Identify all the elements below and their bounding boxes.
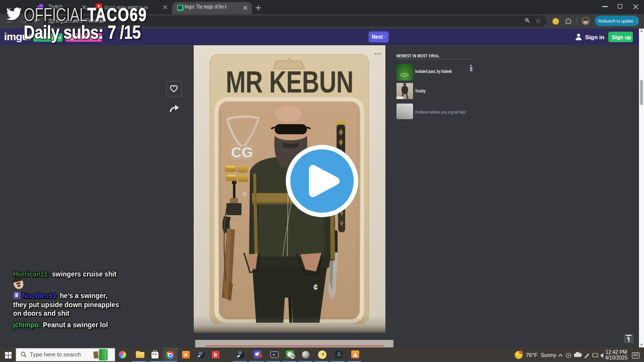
svg-text:¢: ¢ [313,283,318,292]
svg-text:CG: CG [231,144,253,160]
